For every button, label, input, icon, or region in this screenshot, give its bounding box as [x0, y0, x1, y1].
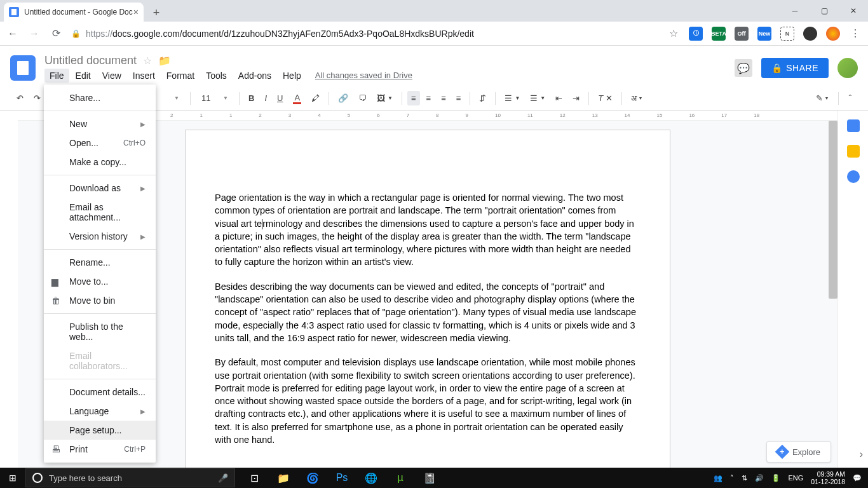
volume-icon[interactable]: 🔊 [755, 474, 764, 482]
menu-format[interactable]: Format [161, 69, 200, 83]
star-icon[interactable]: ☆ [667, 27, 680, 39]
reload-button[interactable]: ⟳ [50, 27, 62, 39]
menu-addons[interactable]: Add-ons [233, 69, 276, 83]
text-color-button[interactable]: A [289, 90, 305, 107]
menu-rename[interactable]: Rename... [44, 253, 156, 272]
image-button[interactable]: 🖼▼ [373, 91, 397, 105]
chrome-menu-icon[interactable]: ⋮ [849, 27, 862, 39]
battery-icon[interactable]: 🔋 [771, 474, 780, 482]
chrome-icon[interactable]: 🌐 [357, 468, 385, 488]
profile-icon[interactable] [826, 27, 840, 41]
keep-addon-icon[interactable] [847, 145, 860, 158]
photoshop-icon[interactable]: Ps [328, 468, 356, 488]
explorer-icon[interactable]: 📁 [269, 468, 297, 488]
line-spacing-button[interactable]: ⇵ [475, 91, 490, 105]
menu-open[interactable]: Open...Ctrl+O [44, 133, 156, 152]
paragraph-2[interactable]: Besides describing the way documents can… [215, 280, 641, 344]
account-avatar[interactable] [837, 58, 858, 78]
bold-button[interactable]: B [245, 91, 258, 105]
increase-indent-button[interactable]: ⇥ [569, 91, 583, 105]
app-icon-1[interactable]: 🌀 [299, 468, 327, 488]
menu-move-bin[interactable]: 🗑Move to bin [44, 291, 156, 310]
extension-icon-2[interactable]: N [780, 27, 794, 41]
utorrent-icon[interactable]: µ [386, 468, 414, 488]
menu-move-to[interactable]: ▆Move to... [44, 272, 156, 291]
star-doc-icon[interactable]: ☆ [143, 55, 152, 67]
menu-edit[interactable]: Edit [71, 69, 96, 83]
forward-button[interactable]: → [28, 28, 41, 39]
app-icon-2[interactable]: 📓 [416, 468, 444, 488]
notifications-icon[interactable]: 💬 [853, 474, 862, 482]
decrease-indent-button[interactable]: ⇤ [552, 91, 566, 105]
italic-button[interactable]: I [261, 91, 271, 105]
menu-tools[interactable]: Tools [201, 69, 232, 83]
docs-logo[interactable] [10, 55, 36, 81]
comments-button[interactable]: 💬 [735, 59, 752, 77]
menu-new[interactable]: New▶ [44, 114, 156, 133]
menu-page-setup[interactable]: Page setup... [44, 421, 156, 440]
menu-make-copy[interactable]: Make a copy... [44, 152, 156, 172]
redo-button[interactable]: ↷ [30, 91, 44, 105]
start-button[interactable]: ⊞ [0, 473, 25, 483]
task-view-icon[interactable]: ⊡ [240, 468, 268, 488]
tasks-addon-icon[interactable] [847, 170, 860, 183]
link-button[interactable]: 🔗 [334, 91, 352, 105]
move-folder-icon[interactable]: 📁 [158, 55, 171, 67]
undo-button[interactable]: ↶ [13, 91, 27, 105]
maximize-button[interactable]: ▢ [810, 0, 839, 22]
close-window-button[interactable]: ✕ [839, 0, 868, 22]
doc-title[interactable]: Untitled document [44, 54, 137, 67]
menu-doc-details[interactable]: Document details... [44, 383, 156, 402]
paragraph-3[interactable]: By default, most computer and television… [215, 356, 641, 446]
clock[interactable]: 09:39 AM 01-12-2018 [811, 470, 845, 485]
menu-file[interactable]: File [44, 69, 69, 83]
save-status[interactable]: All changes saved in Drive [315, 71, 412, 80]
people-icon[interactable]: 👥 [714, 474, 722, 482]
align-left-button[interactable]: ≡ [407, 91, 420, 105]
extension-new-icon[interactable]: New [757, 27, 771, 41]
browser-tab[interactable]: Untitled document - Google Doc × [4, 3, 144, 22]
mic-icon[interactable]: 🎤 [218, 473, 228, 483]
paragraph-1[interactable]: Page orientation is the way in which a r… [215, 191, 641, 269]
menu-language[interactable]: Language▶ [44, 402, 156, 421]
input-tools-button[interactable]: अ▾ [627, 91, 646, 106]
document-page[interactable]: Page orientation is the way in which a r… [185, 130, 670, 468]
clear-format-button[interactable]: T✕ [594, 91, 616, 105]
minimize-button[interactable]: ─ [780, 0, 810, 22]
extension-icon[interactable]: ⓘ [689, 27, 703, 41]
back-button[interactable]: ← [6, 28, 19, 39]
collapse-toolbar-button[interactable]: ˆ [845, 91, 855, 105]
side-panel-toggle[interactable]: › [860, 449, 863, 460]
menu-help[interactable]: Help [278, 69, 306, 83]
share-button[interactable]: 🔒SHARE [761, 58, 829, 78]
numbered-list-button[interactable]: ☰▼ [501, 91, 524, 105]
language-indicator[interactable]: ENG [788, 474, 803, 482]
menu-version-history[interactable]: Version history▶ [44, 227, 156, 246]
highlight-button[interactable]: 🖍 [308, 91, 323, 105]
extension-beta-icon[interactable]: BETA [712, 27, 726, 41]
url-field[interactable]: 🔒 https://docs.google.com/document/d/1zz… [71, 29, 658, 39]
menu-insert[interactable]: Insert [128, 69, 160, 83]
align-justify-button[interactable]: ≡ [452, 91, 465, 105]
calendar-addon-icon[interactable] [847, 119, 860, 132]
align-center-button[interactable]: ≡ [423, 91, 435, 105]
menu-print[interactable]: 🖶PrintCtrl+P [44, 440, 156, 459]
taskbar-search[interactable]: Type here to search 🎤 [25, 468, 235, 487]
size-select[interactable]: 11▼ [196, 91, 234, 105]
comment-button[interactable]: 🗨 [355, 91, 370, 105]
tray-up-icon[interactable]: ˄ [730, 474, 734, 482]
extension-icon-3[interactable] [803, 27, 817, 41]
new-tab-button[interactable]: + [147, 4, 165, 22]
menu-publish[interactable]: Publish to the web... [44, 317, 156, 346]
bulleted-list-button[interactable]: ☰▼ [526, 91, 549, 105]
menu-share[interactable]: Share... [44, 88, 156, 107]
underline-button[interactable]: U [273, 91, 287, 105]
menu-download[interactable]: Download as▶ [44, 179, 156, 198]
network-icon[interactable]: ⇅ [742, 474, 747, 482]
extension-off-icon[interactable]: Off [735, 27, 749, 41]
menu-view[interactable]: View [97, 69, 126, 83]
editing-mode-button[interactable]: ✎▾ [812, 91, 832, 105]
tab-close-icon[interactable]: × [133, 7, 139, 17]
explore-button[interactable]: Explore [766, 441, 831, 463]
align-right-button[interactable]: ≡ [437, 91, 450, 105]
